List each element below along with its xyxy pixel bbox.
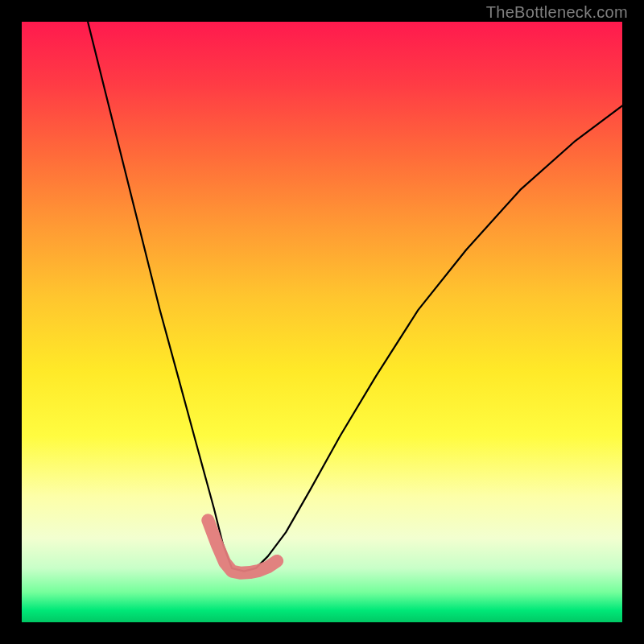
chart-area <box>22 22 622 622</box>
bottleneck-curve <box>88 22 622 572</box>
curve-layer <box>22 22 622 622</box>
watermark-text: TheBottleneck.com <box>486 3 628 22</box>
